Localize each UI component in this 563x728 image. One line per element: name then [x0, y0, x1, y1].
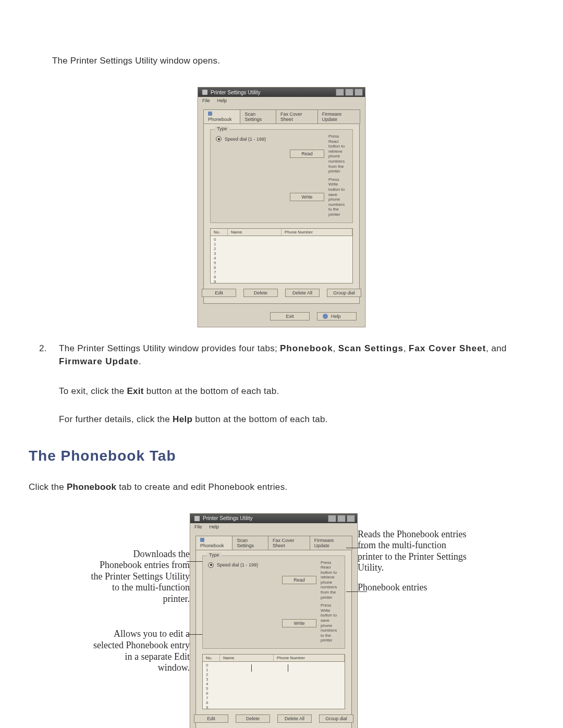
tab-phonebook[interactable]: Phonebook [195, 536, 232, 550]
section-title-phonebook-tab: The Phonebook Tab [29, 448, 534, 464]
phonebook-icon [200, 538, 204, 542]
table-row[interactable]: 9 [206, 705, 341, 710]
minimize-icon[interactable] [328, 515, 336, 522]
phonebook-table-body[interactable]: 0 1 2 3 4 5 6 7 8 9 [210, 236, 353, 283]
table-row[interactable]: 2 [214, 246, 349, 251]
callout-read: Reads the Phonebook entries from the mul… [358, 529, 472, 574]
phonebook-table-header: No. Name Phone Number [210, 228, 353, 236]
col-phone: Phone Number [282, 229, 352, 236]
figure-printer-settings-window: Printer Settings Utility File Help Phone… [29, 87, 534, 327]
callout-write: Downloads the Phonebook entries from the… [91, 549, 190, 605]
window-titlebar: Printer Settings Utility [190, 514, 357, 523]
speed-dial-radio[interactable]: Speed dial (1 - 199) [216, 136, 284, 142]
table-row[interactable]: 9 [214, 279, 349, 284]
table-row[interactable]: 1 [206, 668, 341, 672]
menu-help[interactable]: Help [217, 98, 227, 103]
step-2: 2. The Printer Settings Utility window p… [39, 342, 519, 368]
table-row[interactable]: 5 [206, 686, 341, 691]
type-legend: Type [207, 552, 222, 558]
tabstrip: Phonebook Scan Settings Fax Cover Sheet … [195, 536, 352, 550]
table-row[interactable]: 6 [214, 265, 349, 270]
app-icon [194, 516, 200, 521]
read-button[interactable]: Read [282, 576, 316, 584]
delete-all-button[interactable]: Delete All [277, 714, 312, 723]
table-row[interactable]: 7 [214, 270, 349, 275]
col-name: Name [220, 655, 274, 661]
tab-firmware-update[interactable]: Firmware Update [317, 109, 360, 124]
menubar: File Help [198, 97, 365, 105]
col-name: Name [228, 229, 282, 236]
table-row[interactable]: 4 [214, 256, 349, 261]
tab-scan-settings[interactable]: Scan Settings [232, 536, 268, 550]
table-row[interactable]: 8 [214, 275, 349, 279]
figure-phonebook-annotated: Downloads the Phonebook entries from the… [29, 513, 534, 729]
menu-file[interactable]: File [202, 98, 210, 103]
menu-help[interactable]: Help [210, 524, 219, 529]
step-body: The Printer Settings Utility window prov… [59, 342, 519, 368]
table-row[interactable]: 8 [206, 700, 341, 705]
exit-button[interactable]: Exit [270, 312, 310, 320]
tab-phonebook[interactable]: Phonebook [203, 109, 240, 124]
group-dial-button[interactable]: Group dial [327, 289, 361, 297]
delete-button[interactable]: Delete [243, 289, 278, 297]
window-titlebar: Printer Settings Utility [198, 88, 365, 97]
col-no: No. [203, 655, 220, 661]
callout-entries: Phonebook entries [358, 582, 472, 594]
phonebook-table-body[interactable]: 0 1 2 3 4 5 6 7 8 9 [202, 661, 345, 709]
section-intro: Click the Phonebook tab to create and ed… [29, 482, 534, 492]
tab-fax-cover-sheet[interactable]: Fax Cover Sheet [268, 536, 310, 550]
tab-scan-settings[interactable]: Scan Settings [240, 109, 276, 124]
table-row[interactable]: 5 [214, 261, 349, 265]
tabstrip: Phonebook Scan Settings Fax Cover Sheet … [203, 109, 360, 124]
table-row[interactable]: 3 [214, 251, 349, 256]
window-title: Printer Settings Utility [211, 90, 261, 95]
help-note: For further details, click the Help butt… [59, 414, 519, 425]
tab-fax-cover-sheet[interactable]: Fax Cover Sheet [276, 109, 318, 124]
callout-edit: Allows you to edit a selected Phonebook … [91, 628, 190, 673]
col-no: No. [211, 229, 228, 236]
read-button[interactable]: Read [290, 150, 324, 158]
edit-button[interactable]: Edit [194, 714, 228, 723]
table-row[interactable]: 4 [206, 682, 341, 686]
col-phone: Phone Number [274, 655, 345, 661]
speed-dial-label: Speed dial (1 - 199) [217, 562, 258, 567]
window-title: Printer Settings Utility [203, 515, 253, 521]
read-desc: Press Read button to retrieve phone numb… [321, 560, 339, 600]
help-icon [323, 314, 328, 319]
delete-all-button[interactable]: Delete All [285, 289, 320, 297]
step-number: 2. [39, 342, 50, 355]
app-icon [202, 90, 207, 95]
phonebook-icon [208, 112, 212, 116]
delete-button[interactable]: Delete [236, 714, 270, 723]
speed-dial-radio[interactable]: Speed dial (1 - 199) [208, 562, 276, 568]
table-row[interactable]: 2 [206, 672, 341, 677]
write-button[interactable]: Write [290, 193, 324, 201]
write-button[interactable]: Write [282, 619, 316, 627]
write-desc: Press Write button to save phone numbers… [328, 177, 347, 217]
close-icon[interactable] [347, 515, 355, 522]
group-dial-button[interactable]: Group dial [319, 714, 353, 723]
table-row[interactable]: 0 [214, 237, 349, 242]
close-icon[interactable] [354, 89, 363, 96]
table-row[interactable]: 3 [206, 677, 341, 682]
read-desc: Press Read button to retrieve phone numb… [328, 134, 347, 174]
minimize-icon[interactable] [336, 89, 344, 96]
type-legend: Type [215, 126, 229, 131]
menubar: File Help [190, 523, 357, 532]
table-row[interactable]: 0 [206, 663, 341, 668]
edit-button[interactable]: Edit [202, 289, 236, 297]
table-row[interactable]: 6 [206, 691, 341, 696]
table-row[interactable]: 7 [206, 696, 341, 700]
speed-dial-label: Speed dial (1 - 199) [225, 137, 266, 142]
type-groupbox: Type Speed dial (1 - 199) Read [202, 556, 345, 649]
table-row[interactable]: 1 [214, 242, 349, 246]
help-button[interactable]: Help [317, 312, 357, 320]
exit-note: To exit, click the Exit button at the bo… [59, 386, 519, 397]
menu-file[interactable]: File [194, 524, 202, 529]
intro-text: The Printer Settings Utility window open… [52, 56, 534, 66]
type-groupbox: Type Speed dial (1 - 199) Read Press Rea [210, 129, 353, 223]
write-desc: Press Write button to save phone numbers… [321, 603, 339, 643]
maximize-icon[interactable] [337, 515, 346, 522]
phonebook-table-header: No. Name Phone Number [202, 654, 345, 661]
maximize-icon[interactable] [345, 89, 353, 96]
